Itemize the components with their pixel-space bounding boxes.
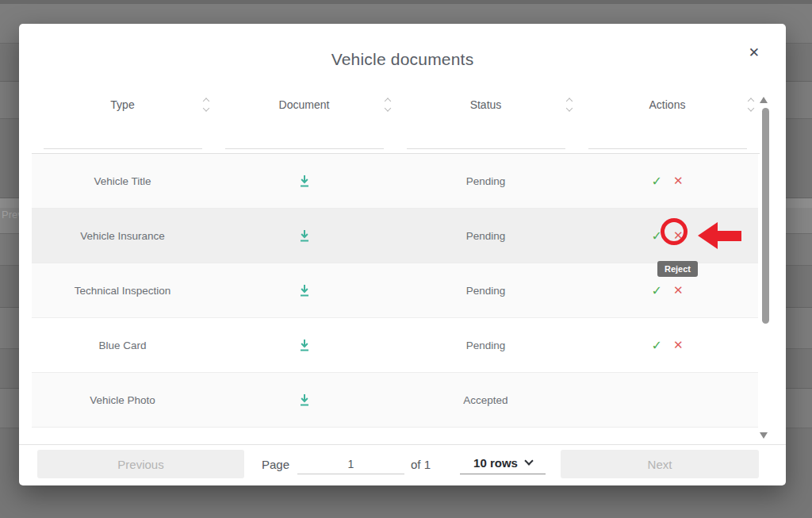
sort-icon[interactable] (202, 98, 210, 113)
type-cell: Vehicle Insurance (32, 230, 213, 242)
status-cell: Pending (395, 285, 576, 297)
actions-cell: ✓ ✕ (576, 318, 758, 372)
next-page-button[interactable]: Next (561, 450, 759, 478)
sort-icon[interactable] (384, 98, 392, 113)
download-icon[interactable] (213, 284, 395, 297)
page-label: Page (262, 458, 289, 471)
column-header-label: Document (279, 98, 330, 111)
column-header-type[interactable]: Type (32, 89, 213, 121)
approve-icon[interactable]: ✓ (652, 283, 662, 298)
page-number-input[interactable] (297, 454, 404, 474)
status-cell: Pending (395, 340, 576, 351)
column-header-document[interactable]: Document (213, 89, 395, 121)
page-count-label: of 1 (411, 458, 431, 471)
column-header-actions[interactable]: Actions (576, 89, 758, 121)
table-header: Type Document Status Actions (32, 89, 758, 121)
approve-icon[interactable]: ✓ (652, 174, 662, 189)
reject-icon[interactable]: ✕ (673, 174, 684, 188)
sort-icon[interactable] (747, 98, 755, 113)
approve-icon[interactable]: ✓ (652, 338, 662, 353)
vehicle-documents-modal: ✕ Vehicle documents Type Document Status… (19, 24, 786, 485)
actions-cell (576, 373, 758, 427)
previous-page-button[interactable]: Previous (37, 450, 244, 478)
actions-cell: ✓ ✕ (576, 154, 758, 208)
type-cell: Blue Card (32, 340, 213, 351)
scroll-down-icon[interactable] (760, 432, 768, 439)
reject-icon[interactable]: ✕ (673, 228, 684, 243)
annotation-arrow-icon (717, 231, 741, 241)
modal-title: Vehicle documents (19, 50, 786, 69)
scrollbar-thumb[interactable] (762, 108, 769, 324)
reject-tooltip: Reject (657, 261, 698, 277)
reject-icon[interactable]: ✕ (673, 283, 684, 297)
filter-input-status[interactable] (407, 130, 565, 149)
status-cell: Accepted (395, 394, 576, 406)
table-row: Blue Card Pending ✓ ✕ (32, 318, 758, 373)
column-header-label: Actions (649, 98, 686, 111)
scroll-up-icon[interactable] (760, 97, 768, 103)
column-header-label: Status (470, 98, 502, 111)
download-icon[interactable] (213, 339, 395, 352)
chevron-down-icon (524, 456, 533, 465)
filter-row (32, 127, 758, 149)
approve-icon[interactable]: ✓ (652, 228, 662, 244)
download-icon[interactable] (213, 229, 395, 243)
divider (19, 444, 786, 445)
type-cell: Vehicle Title (32, 175, 213, 187)
type-cell: Technical Inspection (32, 285, 213, 297)
filter-input-actions[interactable] (588, 130, 747, 149)
table-body: Vehicle Title Pending ✓ ✕ Vehicle Insura… (32, 154, 758, 428)
filter-input-document[interactable] (225, 130, 384, 149)
type-cell: Vehicle Photo (32, 394, 213, 406)
rows-per-page-value: 10 rows (473, 456, 518, 470)
filter-input-type[interactable] (44, 130, 202, 149)
download-icon[interactable] (213, 393, 395, 407)
status-cell: Pending (395, 230, 576, 242)
reject-icon[interactable]: ✕ (673, 338, 684, 352)
download-icon[interactable] (213, 175, 395, 188)
table-row: Vehicle Insurance Pending ✓ ✕ Reject (32, 209, 758, 263)
table-row: Vehicle Title Pending ✓ ✕ (32, 154, 758, 209)
rows-per-page-select[interactable]: 10 rows (460, 452, 546, 474)
sort-icon[interactable] (565, 98, 573, 113)
column-header-label: Type (110, 98, 134, 111)
annotation-arrow-icon (698, 222, 718, 249)
table-row: Technical Inspection Pending ✓ ✕ (32, 263, 758, 318)
table-row: Vehicle Photo Accepted (32, 373, 758, 428)
status-cell: Pending (395, 175, 576, 187)
actions-cell: ✓ ✕ Reject (576, 209, 758, 263)
column-header-status[interactable]: Status (395, 89, 576, 121)
